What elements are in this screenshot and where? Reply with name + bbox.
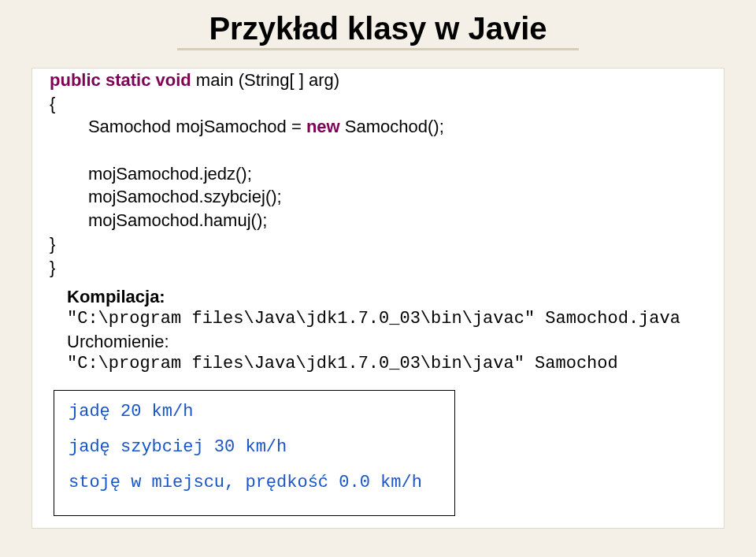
- brace-open: {: [50, 94, 55, 113]
- line-szybciej: mojSamochod.szybciej();: [50, 187, 282, 206]
- output-line-3: stoję w miejscu, prędkość 0.0 km/h: [69, 473, 440, 492]
- run-cmd: "C:\program files\Java\jdk1.7.0_03\bin\j…: [67, 352, 706, 377]
- kw-void: void: [156, 70, 191, 90]
- brace-close-1: }: [50, 234, 55, 254]
- output-line-1: jadę 20 km/h: [69, 402, 440, 421]
- sig-tail: main (String[ ] arg): [191, 70, 339, 90]
- slide: Przykład klasy w Javie public static voi…: [0, 0, 756, 557]
- run-label: Urchomienie:: [67, 332, 706, 352]
- content-inner: public static void main (String[ ] arg) …: [32, 69, 724, 377]
- kw-new: new: [306, 117, 340, 136]
- line-decl-a: Samochod mojSamochod =: [50, 117, 306, 136]
- compile-cmd: "C:\program files\Java\jdk1.7.0_03\bin\j…: [67, 307, 706, 332]
- title-bar: Przykład klasy w Javie: [0, 0, 756, 50]
- line-decl-b: Samochod();: [340, 117, 444, 136]
- line-jedz: mojSamochod.jedz();: [50, 164, 252, 184]
- output-box: jadę 20 km/h jadę szybciej 30 km/h stoję…: [54, 390, 455, 516]
- compile-section: Kompilacja: "C:\program files\Java\jdk1.…: [50, 287, 706, 377]
- output-line-2: jadę szybciej 30 km/h: [69, 437, 440, 457]
- code-block: public static void main (String[ ] arg) …: [50, 69, 706, 279]
- kw-static: static: [106, 70, 150, 90]
- kw-public: public: [50, 70, 101, 90]
- page-title: Przykład klasy w Javie: [177, 11, 578, 50]
- brace-close-2: }: [50, 258, 55, 277]
- compile-label: Kompilacja:: [67, 287, 706, 307]
- line-hamuj: mojSamochod.hamuj();: [50, 210, 267, 230]
